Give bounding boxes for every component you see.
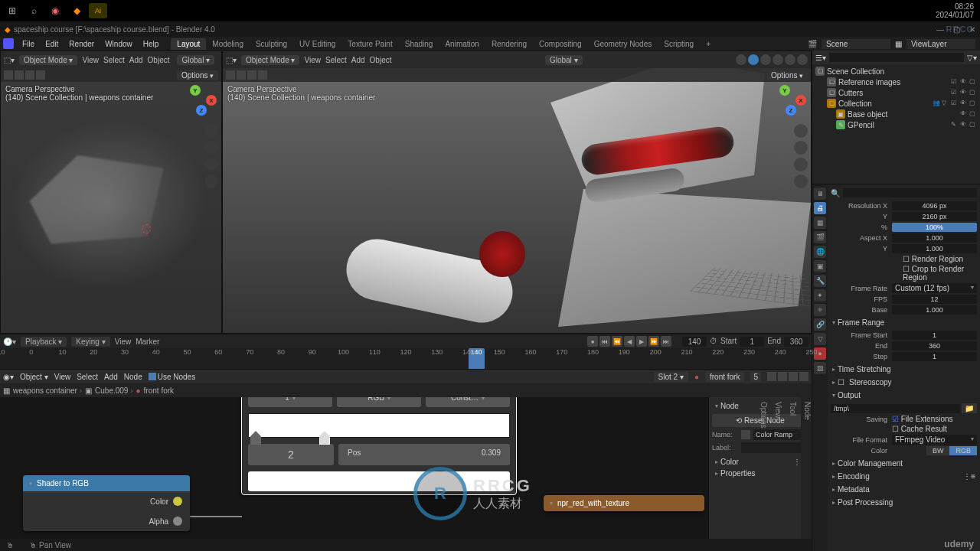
section-post[interactable]: Post Processing [831, 496, 977, 509]
options-dropdown[interactable]: Options ▾ [766, 70, 808, 80]
shader-type[interactable]: Object ▾ [20, 373, 48, 381]
mode-dropdown[interactable]: Object Mode ▾ [19, 55, 77, 65]
crop-region-check[interactable]: ☐ [903, 265, 912, 273]
tab-rendering[interactable]: Rendering [485, 38, 533, 50]
node-npr-red[interactable]: ▾npr_red_with_texture [544, 495, 704, 511]
node-shader-to-rgb[interactable]: ▾Shader to RGB Color Alpha [23, 475, 190, 531]
ramp-mode-rgb[interactable]: RGB ▾ [337, 397, 421, 407]
nav-gizmo-left[interactable]: X Y Z [186, 85, 217, 116]
menu-window[interactable]: Window [100, 38, 137, 50]
vp-menu-select[interactable]: Select [325, 56, 347, 64]
tab-geonodes[interactable]: Geometry Nodes [588, 38, 658, 50]
jump-next-icon[interactable]: ⏩ [648, 336, 659, 347]
vp-menu-select[interactable]: Select [103, 56, 125, 64]
framerate-dropdown[interactable]: Custom (12 fps) ▾ [892, 283, 977, 293]
tab-shading[interactable]: Shading [399, 38, 439, 50]
pct-input[interactable]: 100% [892, 223, 977, 232]
shader-editor-icon[interactable]: ◉▾ [3, 373, 14, 381]
outliner-search[interactable] [829, 53, 964, 62]
playback-dropdown[interactable]: Playback ▾ [21, 337, 67, 347]
vp-menu-object[interactable]: Object [148, 56, 170, 64]
tab-layout[interactable]: Layout [171, 38, 206, 50]
ne-view[interactable]: View [54, 373, 71, 381]
ramp-color-swatch[interactable] [248, 471, 510, 491]
menu-render[interactable]: Render [64, 38, 99, 50]
fend-input[interactable]: 360 [892, 341, 977, 350]
folder-icon[interactable]: 📁 [962, 403, 977, 413]
node-panel-tabs[interactable]: NodeToolViewOptions [801, 397, 812, 551]
ne-add[interactable]: Add [104, 373, 118, 381]
tab-output[interactable]: 🖨 [814, 202, 826, 214]
crumb-0[interactable]: weapons container [13, 386, 82, 395]
illustrator-icon[interactable]: Ai [89, 3, 107, 18]
tab-animation[interactable]: Animation [439, 38, 485, 50]
tab-scripting[interactable]: Scripting [658, 38, 700, 50]
tool-icons[interactable] [226, 70, 267, 80]
minimize-button[interactable]: — [936, 25, 944, 34]
socket-alpha-out[interactable]: Alpha [23, 511, 190, 531]
tab-particle[interactable]: ✦ [814, 289, 826, 302]
vp-menu-add[interactable]: Add [129, 56, 143, 64]
tab-modifier[interactable]: 🔧 [814, 275, 826, 287]
start-frame[interactable]: 1 [740, 337, 764, 347]
resx-input[interactable]: 4096 px [892, 201, 977, 210]
mode-dropdown[interactable]: Object Mode ▾ [241, 55, 299, 65]
tree-scene-collection[interactable]: ☐Scene Collection [814, 66, 978, 77]
orientation-dropdown[interactable]: Global ▾ [545, 55, 583, 65]
section-stereo[interactable]: ☐Stereoscopy [831, 376, 977, 389]
search-icon[interactable]: 🔍 [831, 189, 840, 197]
current-frame[interactable]: 140 [682, 337, 707, 347]
ramp-stop-0[interactable] [250, 431, 261, 445]
node-header[interactable]: ▾Shader to RGB [23, 475, 190, 491]
nav-gizmo-right[interactable]: X Y Z [776, 85, 806, 116]
jump-prev-icon[interactable]: ⏪ [612, 336, 622, 347]
viewport-side-icons-right[interactable] [794, 124, 808, 188]
vp-menu-object[interactable]: Object [370, 56, 392, 64]
aspx-input[interactable]: 1.000 [892, 233, 977, 243]
tab-object[interactable]: ▣ [814, 260, 826, 272]
outliner-tree[interactable]: ☐Scene Collection ☐Reference images☑👁▢ ☐… [812, 64, 980, 132]
render-region-check[interactable]: ☐ [903, 255, 912, 263]
ramp-mode-const[interactable]: Const… ▾ [426, 397, 510, 407]
editor-type-icon[interactable]: ⬚▾ [4, 56, 15, 64]
viewlayer-input[interactable] [906, 39, 975, 49]
blender-icon[interactable]: ◆ [67, 3, 86, 18]
tab-sculpting[interactable]: Sculpting [250, 38, 293, 50]
menu-help[interactable]: Help [139, 38, 164, 50]
tool-icons[interactable] [4, 70, 45, 80]
cache-check[interactable]: ☐ [892, 425, 901, 433]
timeline-view[interactable]: View [115, 337, 132, 346]
editor-type-icon[interactable]: ⬚▾ [226, 56, 237, 64]
vp-menu-view[interactable]: View [304, 56, 321, 64]
tab-render[interactable]: 🖥 [814, 187, 826, 200]
clock[interactable]: 08:26 2024/01/07 [936, 2, 977, 19]
tab-scene[interactable]: 🎬 [814, 231, 826, 243]
section-metadata[interactable]: Metadata [831, 483, 977, 496]
shading-buttons[interactable] [736, 54, 808, 65]
vp-menu-add[interactable]: Add [351, 56, 365, 64]
tab-world[interactable]: 🌐 [814, 246, 826, 258]
fileext-check[interactable]: ☑ [892, 415, 901, 423]
fstep-input[interactable]: 1 [892, 352, 977, 361]
tree-item[interactable]: ✎GPencil✎👁▢ [814, 119, 978, 130]
section-frame-range[interactable]: Frame Range [831, 316, 977, 329]
viewport-right[interactable]: ⬚▾ Object Mode ▾ View Select Add Object … [222, 51, 812, 334]
jump-start-icon[interactable]: ⏮ [599, 336, 610, 347]
maximize-button[interactable]: ▢ [953, 25, 960, 34]
timeline-marker[interactable]: Marker [136, 337, 159, 346]
tab-uv[interactable]: UV Editing [293, 38, 341, 50]
material-users[interactable]: 5 [750, 372, 761, 382]
close-button[interactable]: ✕ [969, 25, 975, 34]
scene-input[interactable] [822, 39, 890, 49]
play-icon[interactable]: ▶ [636, 336, 647, 347]
start-icon[interactable]: ⊞ [3, 3, 21, 18]
tab-texpaint[interactable]: Texture Paint [341, 38, 398, 50]
section-colormgmt[interactable]: Color Management [831, 457, 977, 470]
tab-constraint[interactable]: 🔗 [814, 318, 826, 331]
menu-edit[interactable]: Edit [41, 38, 63, 50]
resy-input[interactable]: 2160 px [892, 212, 977, 221]
options-icon[interactable]: ⋮≡ [963, 472, 975, 481]
material-name[interactable]: front fork [705, 372, 744, 382]
play-rev-icon[interactable]: ◀ [624, 336, 635, 347]
node-header[interactable]: ▾npr_red_with_texture [544, 495, 704, 511]
